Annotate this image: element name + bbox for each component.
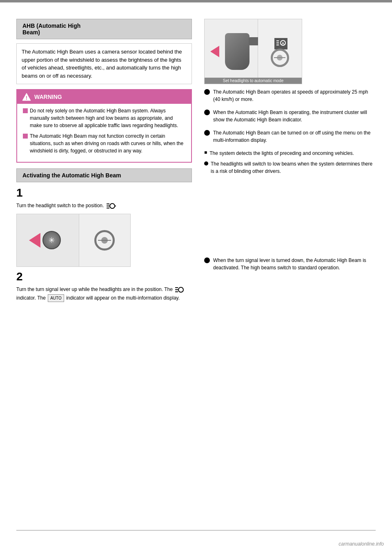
step-2-number: 2 xyxy=(16,270,192,283)
page-container: AHB (Automatic High Beam) The Automatic … xyxy=(0,0,392,555)
step-2-end: indicator will appear on the multi-infor… xyxy=(66,295,180,300)
svg-point-10 xyxy=(178,287,183,292)
step-2-image: ✳ xyxy=(16,214,131,267)
step2-arrow xyxy=(29,233,40,248)
bullet-circle-mini-2 xyxy=(204,161,208,166)
activating-title-text: Activating the Automatic High Beam xyxy=(22,172,186,179)
highbeam-icon xyxy=(105,203,117,208)
svg-point-5 xyxy=(110,204,115,208)
mini-bullet-section: ■ The system detects the lights of prece… xyxy=(204,150,376,175)
bullet-circle-bottom xyxy=(204,257,210,263)
illustration-caption: Set headlights to automatic mode xyxy=(205,78,302,84)
description-text: The Automatic High Beam uses a camera se… xyxy=(16,43,192,84)
watermark: carmanualonline.info xyxy=(339,541,384,547)
left-column: AHB (Automatic High Beam) The Automatic … xyxy=(16,19,192,307)
auto-badge: AUTO xyxy=(48,294,64,302)
right-bottom-section: When the turn signal lever is turned dow… xyxy=(204,257,376,271)
step2-right-panel xyxy=(79,214,130,266)
warning-pink-block-2 xyxy=(23,134,28,139)
warning-triangle-icon: ! xyxy=(22,92,31,101)
bullet-circle-2 xyxy=(204,110,210,115)
right-column: A Set headlights to automatic mode xyxy=(200,19,376,307)
step-2-continuation: indicator. The xyxy=(16,295,47,300)
mini-bullet-1-text: The system detects the lights of precedi… xyxy=(209,150,354,157)
highbeam-icon-2 xyxy=(174,286,185,292)
warning-box: ! WARNING Do not rely solely on the Auto… xyxy=(16,89,192,163)
warning-content: Do not rely solely on the Automatic High… xyxy=(23,107,185,154)
activating-title-box: Activating the Automatic High Beam xyxy=(16,168,192,182)
ahb-title-line1: AHB (Automatic High xyxy=(22,22,186,29)
illus-right: A xyxy=(258,19,302,84)
right-bullet-3: The Automatic High Beam can be turned on… xyxy=(204,129,376,144)
svg-text:A: A xyxy=(282,41,285,45)
mini-bullet-2: The headlights will switch to low beams … xyxy=(204,160,376,175)
ahb-title-line2: Beam) xyxy=(22,29,186,36)
top-bar xyxy=(0,0,392,2)
warning-para-2: The Automatic High Beam may not function… xyxy=(23,132,185,154)
lever-shape xyxy=(225,33,249,70)
illus-left xyxy=(205,19,258,84)
warning-pink-block-1 xyxy=(23,108,28,113)
step-2-text-content: Turn the turn signal lever up while the … xyxy=(16,286,173,292)
page-rule-bottom xyxy=(16,530,376,530)
illustration-inner: A xyxy=(205,19,302,84)
sun-icon: ✳ xyxy=(49,236,55,245)
mini-bullet-1: ■ The system detects the lights of prece… xyxy=(204,150,376,157)
right-bullet-2: When the Automatic High Beam is operatin… xyxy=(204,109,376,123)
ahb-title-box: AHB (Automatic High Beam) xyxy=(16,19,192,39)
right-bullet-2-text: When the Automatic High Beam is operatin… xyxy=(213,109,376,123)
right-bullets: The Automatic High Beam operates at spee… xyxy=(204,88,376,271)
step-1-text-content: Turn the headlight switch to the positio… xyxy=(16,203,104,208)
steering-wheel xyxy=(94,230,115,251)
step2-left-panel: ✳ xyxy=(17,214,79,266)
illus-arrow xyxy=(210,46,219,57)
step-2-text: Turn the turn signal lever up while the … xyxy=(16,286,192,303)
mini-bullet-2-text: The headlights will switch to low beams … xyxy=(211,160,376,175)
right-illustration: A Set headlights to automatic mode xyxy=(204,19,302,84)
svg-text:!: ! xyxy=(26,95,27,101)
warning-para-2-text: The Automatic High Beam may not function… xyxy=(30,132,185,154)
right-bottom-bullet-text: When the turn signal lever is turned dow… xyxy=(213,257,376,271)
bullet-circle-3 xyxy=(204,130,210,136)
dial-shape: ✳ xyxy=(42,231,61,249)
mini-bullet-1-symbol: ■ xyxy=(204,150,207,155)
step-1-text: Turn the headlight switch to the positio… xyxy=(16,202,192,210)
warning-label: WARNING xyxy=(34,94,62,100)
bullet-circle-1 xyxy=(204,89,210,95)
icon-a-symbol: A xyxy=(276,38,286,49)
right-bottom-bullet: When the turn signal lever is turned dow… xyxy=(204,257,376,271)
warning-para-1: Do not rely solely on the Automatic High… xyxy=(23,107,185,129)
right-bullet-1: The Automatic High Beam operates at spee… xyxy=(204,88,376,103)
right-bullet-3-text: The Automatic High Beam can be turned on… xyxy=(213,129,376,144)
main-content: AHB (Automatic High Beam) The Automatic … xyxy=(0,19,392,307)
warning-header: ! WARNING xyxy=(17,90,191,104)
auto-icon-box: A xyxy=(274,38,287,49)
right-bullet-1-text: The Automatic High Beam operates at spee… xyxy=(213,88,376,103)
warning-para-1-text: Do not rely solely on the Automatic High… xyxy=(30,107,185,129)
step-1-number: 1 xyxy=(16,186,192,199)
